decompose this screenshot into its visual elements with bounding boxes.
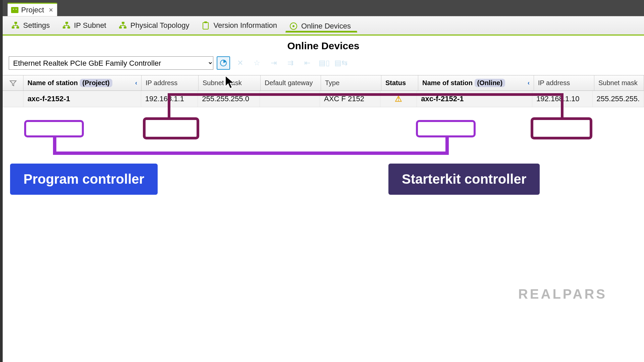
cell-ip-project: 192.168.1.1 bbox=[141, 91, 198, 107]
device-group-button[interactable]: ▤▯ bbox=[317, 56, 331, 70]
svg-rect-3 bbox=[65, 22, 68, 24]
callout-starterkit-controller: Starterkit controller bbox=[388, 164, 540, 195]
scan-button[interactable] bbox=[217, 56, 230, 70]
tab-physical-topology[interactable]: Physical Topology bbox=[115, 19, 196, 32]
svg-rect-8 bbox=[124, 26, 126, 28]
tab-online-devices-label: Online Devices bbox=[301, 22, 351, 31]
project-tab[interactable]: Project × bbox=[7, 3, 57, 16]
revert-button[interactable]: ⇤ bbox=[301, 56, 314, 70]
collapse-left-icon[interactable]: ‹ bbox=[135, 79, 137, 86]
col-type[interactable]: Type bbox=[321, 75, 381, 90]
annotation-connector-vert-right bbox=[445, 137, 449, 154]
svg-rect-4 bbox=[63, 26, 65, 28]
tab-settings-label: Settings bbox=[23, 21, 50, 30]
svg-point-12 bbox=[292, 25, 294, 27]
close-icon[interactable]: × bbox=[49, 6, 53, 14]
svg-rect-0 bbox=[14, 22, 17, 24]
cell-name-project: axc-f-2152-1 bbox=[23, 91, 141, 107]
annotation-connector-horiz bbox=[53, 152, 449, 155]
cell-type: AXC F 2152 bbox=[320, 91, 380, 107]
page-title: Online Devices bbox=[3, 36, 644, 55]
clipboard-icon bbox=[201, 21, 210, 30]
tab-settings[interactable]: Settings bbox=[7, 19, 56, 32]
network-adapter-select[interactable]: Ethernet Realtek PCIe GbE Family Control… bbox=[9, 56, 213, 70]
table-header: Name of station (Project) ‹ IP address S… bbox=[3, 75, 644, 91]
col-ip-online[interactable]: IP address bbox=[534, 75, 594, 90]
tab-version-info-label: Version Information bbox=[213, 21, 277, 30]
svg-rect-10 bbox=[204, 21, 207, 23]
cell-ip-online: 192.168.1.10 bbox=[532, 91, 592, 107]
svg-rect-9 bbox=[203, 22, 208, 29]
svg-rect-1 bbox=[12, 26, 14, 28]
col-gateway[interactable]: Default gateway bbox=[261, 75, 321, 90]
content-pane: Online Devices Ethernet Realtek PCIe GbE… bbox=[3, 36, 644, 362]
highlight-button[interactable]: ☆ bbox=[250, 56, 264, 70]
col-subnet-online[interactable]: Subnet mask bbox=[594, 75, 644, 90]
svg-rect-6 bbox=[122, 22, 124, 24]
row-selector[interactable] bbox=[3, 91, 23, 107]
col-ip-project[interactable]: IP address bbox=[142, 75, 199, 90]
device-compare-button[interactable]: ▤⇆ bbox=[334, 56, 347, 70]
cell-gateway bbox=[260, 91, 320, 107]
col-name-project-text: Name of station bbox=[28, 79, 78, 87]
file-tab-strip: Project × bbox=[3, 0, 644, 16]
tab-version-information[interactable]: Version Information bbox=[198, 19, 283, 32]
tab-ip-subnet[interactable]: IP Subnet bbox=[58, 19, 113, 32]
assign-button[interactable]: ⇥ bbox=[267, 56, 280, 70]
toolbar: Ethernet Realtek PCIe GbE Family Control… bbox=[3, 55, 644, 73]
svg-rect-2 bbox=[16, 26, 19, 28]
filter-icon[interactable] bbox=[3, 75, 23, 90]
project-badge: (Project) bbox=[80, 79, 112, 87]
col-name-online[interactable]: Name of station (Online) ‹ bbox=[418, 75, 534, 90]
col-name-project[interactable]: Name of station (Project) ‹ bbox=[23, 75, 142, 90]
col-status[interactable]: Status bbox=[381, 75, 418, 90]
col-name-online-text: Name of station bbox=[422, 79, 473, 87]
col-subnet-project[interactable]: Subnet mask bbox=[199, 75, 261, 90]
collapse-right-icon[interactable]: ‹ bbox=[528, 79, 530, 86]
svg-rect-7 bbox=[119, 26, 122, 28]
project-tab-label: Project bbox=[21, 6, 44, 14]
assign-all-button[interactable]: ⇉ bbox=[284, 56, 297, 70]
warning-icon: ⚠ bbox=[395, 94, 402, 104]
topology-tree-icon bbox=[118, 21, 127, 30]
delete-button[interactable]: ✕ bbox=[233, 56, 247, 70]
online-radar-icon bbox=[289, 22, 298, 31]
cell-subnet-project: 255.255.255.0 bbox=[198, 91, 260, 107]
project-icon bbox=[11, 7, 18, 13]
cell-name-online: axc-f-2152-1 bbox=[417, 91, 532, 107]
watermark: REALPARS bbox=[518, 287, 607, 302]
tab-physical-topology-label: Physical Topology bbox=[130, 21, 190, 30]
settings-tree-icon bbox=[11, 21, 20, 30]
online-badge: (Online) bbox=[475, 79, 505, 87]
svg-rect-5 bbox=[67, 26, 70, 28]
table-row[interactable]: axc-f-2152-1 192.168.1.1 255.255.255.0 A… bbox=[3, 91, 644, 107]
tab-online-devices[interactable]: Online Devices bbox=[285, 19, 357, 33]
tab-ip-subnet-label: IP Subnet bbox=[74, 21, 106, 30]
cell-status: ⚠ bbox=[380, 91, 417, 107]
view-tab-bar: Settings IP Subnet Physical Topology Ver… bbox=[3, 16, 644, 36]
callout-program-controller: Program controller bbox=[10, 164, 158, 195]
subnet-tree-icon bbox=[62, 21, 71, 30]
cell-subnet-online: 255.255.255. bbox=[593, 91, 644, 107]
